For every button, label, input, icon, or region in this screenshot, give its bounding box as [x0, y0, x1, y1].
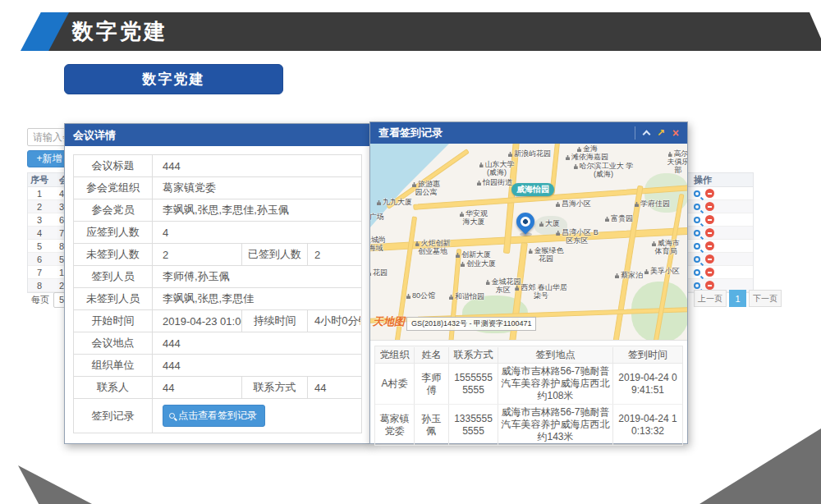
location-pin-icon[interactable] [512, 208, 538, 234]
signin-table: 党组织 姓名 联系方式 签到地点 签到时间 A村委 李师傅 1555555555… [374, 346, 683, 446]
module-button[interactable]: 数字党建 [64, 64, 283, 94]
meeting-modal-body: 会议标题 444 参会党组织 葛家镇党委 [65, 146, 370, 433]
detail-value-text: 444 [163, 337, 181, 350]
col-signin-location: 签到地点 [498, 347, 613, 363]
col-signin-time: 签到时间 [613, 347, 682, 363]
map-attribution: GS(2018)1432号 - 甲测资字1100471 [406, 317, 536, 331]
view-icon[interactable] [694, 204, 700, 210]
building-icon [412, 182, 416, 187]
building-icon [377, 200, 381, 205]
view-signin-records-label: 点击查看签到记录 [178, 409, 257, 423]
cell-name: 孙玉佩 [415, 405, 449, 445]
detail-label: 签到人员 [74, 266, 153, 287]
view-icon[interactable] [694, 269, 700, 276]
row-ops [689, 228, 753, 237]
cell-contact: 15555555555 [449, 364, 498, 404]
detail-label-2: 联系方式 [242, 377, 308, 398]
signin-row: 葛家镇党委 孙玉佩 13355555555 威海市吉林路56-7驰耐普汽车美容养… [375, 405, 682, 445]
map-highlight-pill: 威海怡园 [511, 183, 554, 196]
cell-signin-location: 威海市吉林路56-7驰耐普汽车美容养护威海店西北约143米 [498, 405, 613, 445]
delete-icon[interactable] [705, 228, 714, 237]
map-label: 金城尚 发海域 [370, 236, 387, 252]
map-label-text: 富贵园 [611, 214, 633, 222]
close-icon[interactable]: × [672, 127, 679, 139]
map-label: 新浪屿花园 [508, 149, 551, 158]
building-icon [449, 295, 453, 300]
delete-icon[interactable] [705, 254, 714, 263]
screen: 数字党建 数字党建 +新增 序号 会议标题 操作 1 444 2 333 [0, 0, 821, 504]
view-icon[interactable] [694, 243, 700, 250]
col-party-org: 党组织 [375, 347, 415, 363]
building-icon [605, 217, 609, 222]
map-label: 学府佳园 [635, 199, 670, 208]
map-label-text: 山东大学 (威海) [485, 160, 515, 176]
delete-icon[interactable] [705, 189, 714, 198]
map-label: 旅游惠 园公寓 [410, 180, 443, 196]
collapse-icon[interactable] [642, 131, 650, 139]
page-title: 数字党建 [72, 17, 167, 46]
detail-secondary-pair: 已签到人数 2 [241, 244, 361, 265]
map-label-text: 花园 [373, 268, 388, 277]
map-label: 创新大厦 [456, 250, 491, 259]
prev-page-button[interactable]: 上一页 [694, 290, 727, 307]
detail-value-text: 李飒飒,张思,李思佳,孙玉佩 [163, 203, 289, 218]
view-icon[interactable] [694, 256, 700, 263]
cell-signin-time: 2019-04-24 10:13:32 [613, 405, 682, 445]
detail-row: 联系人 44 联系方式 44 [74, 377, 361, 399]
map-label-text: 西郊 春山华居柒号 [521, 283, 567, 300]
building-icon [477, 181, 481, 186]
detail-row: 未签到人数 2 已签到人数 2 [74, 244, 361, 266]
detail-value: 李师傅,孙玉佩 [153, 266, 361, 287]
delete-icon[interactable] [705, 241, 714, 250]
col-seq: 序号 [28, 174, 51, 186]
delete-icon[interactable] [705, 281, 714, 290]
row-ops [689, 241, 753, 250]
map-label-text: 旅游惠 园公寓 [415, 180, 441, 196]
map-label-text: 昌湾小区 B区东区 [562, 228, 599, 245]
map-label: 昌湾小区 B区东区 [556, 228, 599, 245]
building-icon [415, 241, 420, 246]
building-icon [556, 231, 560, 236]
map-label: 九九大厦 [377, 198, 412, 206]
meeting-modal-title: 会议详情 [73, 128, 116, 143]
view-icon[interactable] [694, 217, 700, 223]
cell-party-org: 葛家镇党委 [375, 405, 415, 445]
building-icon [556, 202, 560, 207]
detail-label-2: 已签到人数 [242, 244, 308, 265]
next-page-button[interactable]: 下一页 [749, 290, 782, 307]
cell-name: 李师傅 [415, 364, 449, 404]
detail-row: 组织单位 444 [74, 355, 361, 377]
map-canvas[interactable]: 新浪屿花园金海滩依海嘉园高尔夫俱乐部山东大学 (威海)哈尔滨工业大 学(威海)怡… [370, 144, 687, 341]
map-label-text: 昌海小区 [562, 199, 591, 208]
row-ops [689, 281, 753, 290]
view-signin-records-button[interactable]: 点击查看签到记录 [163, 405, 265, 427]
detail-value-text: 2 [163, 249, 168, 261]
detail-label-2: 持续时间 [242, 310, 308, 332]
resize-icon[interactable]: ↗ [657, 128, 665, 138]
signin-table-wrap: 党组织 姓名 联系方式 签到地点 签到时间 A村委 李师傅 1555555555… [370, 341, 687, 446]
map-label-text: 80公馆 [412, 291, 435, 300]
map-label-text: 华安观 海大厦 [463, 209, 488, 226]
view-icon[interactable] [694, 190, 700, 197]
building-icon [644, 269, 649, 274]
detail-value: 444 [153, 332, 361, 354]
map-label: 金海 [577, 144, 598, 153]
map-label: 西郊 春山华居柒号 [515, 283, 567, 300]
map-label-text: 哈尔滨工业大 学(威海) [580, 162, 634, 178]
col-ops: 操作 [689, 174, 753, 186]
map-label: 大厦 [539, 219, 560, 227]
delete-icon[interactable] [705, 202, 714, 211]
map-label: 滩依海嘉园 [566, 153, 608, 161]
row-ops [689, 215, 753, 224]
row-ops [689, 268, 753, 277]
detail-value-text: 44 [163, 382, 174, 394]
current-page-button[interactable]: 1 [729, 290, 746, 307]
detail-label: 签到记录 [74, 399, 153, 433]
delete-icon[interactable] [705, 268, 714, 277]
delete-icon[interactable] [705, 215, 714, 224]
cell-signin-location: 威海市吉林路56-7驰耐普汽车美容养护威海店西北约108米 [498, 364, 613, 404]
view-icon[interactable] [694, 230, 700, 236]
view-icon[interactable] [694, 282, 700, 289]
map-label: 昌海小区 [556, 199, 591, 208]
map-label: 蔡家泊 [615, 271, 643, 279]
